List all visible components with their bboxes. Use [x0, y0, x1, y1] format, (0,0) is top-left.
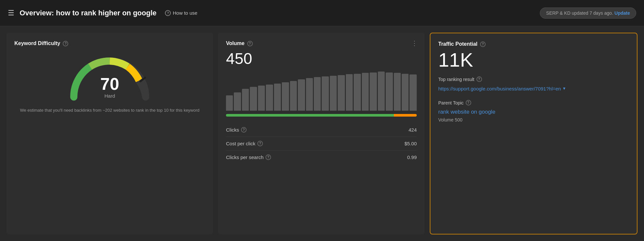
- how-to-use-button[interactable]: ? How to use: [162, 8, 201, 18]
- parent-topic-volume: Volume 500: [438, 117, 629, 122]
- question-icon: ?: [165, 10, 171, 16]
- bar-item: [274, 84, 281, 111]
- bar-item: [362, 73, 369, 111]
- dropdown-arrow-icon: ▼: [562, 86, 566, 91]
- clicks-orange-bar: [394, 114, 417, 117]
- clicks-green-bar: [226, 114, 394, 117]
- parent-topic-label: Parent Topic ?: [438, 100, 629, 105]
- clicks-progress-bar: [226, 114, 417, 117]
- kd-card-title: Keyword Difficulty ?: [14, 40, 68, 46]
- metric-value: 424: [409, 127, 417, 133]
- metric-value: 0.99: [407, 154, 417, 160]
- bar-item: [282, 82, 289, 111]
- page-title: Overview: how to rank higher on google: [20, 9, 156, 17]
- metric-row: Cost per click ?$5.00: [226, 137, 417, 151]
- volume-title-text: Volume: [226, 40, 245, 46]
- bar-item: [250, 87, 257, 111]
- bar-item: [234, 92, 241, 111]
- metric-value: $5.00: [404, 141, 417, 146]
- keyword-difficulty-card: Keyword Difficulty ? 70: [7, 33, 213, 234]
- metrics-list: Clicks ?424Cost per click ?$5.00Clicks p…: [226, 123, 417, 164]
- kd-description-text: We estimate that you'll need backlinks f…: [20, 107, 200, 114]
- top-ranking-help-icon[interactable]: ?: [476, 76, 482, 82]
- volume-card: Volume ? ⋮ 450 Clicks ?424Cost per click…: [218, 33, 425, 234]
- volume-more-icon[interactable]: ⋮: [411, 39, 418, 47]
- bar-item: [354, 74, 361, 111]
- bar-item: [410, 74, 416, 111]
- bar-item: [242, 89, 249, 111]
- gauge-number: 70: [100, 75, 119, 92]
- bar-item: [306, 78, 313, 111]
- how-to-use-label: How to use: [173, 10, 197, 16]
- metric-label: Clicks ?: [226, 127, 247, 133]
- parent-topic-link[interactable]: rank website on google: [438, 109, 629, 115]
- bar-item: [314, 77, 321, 111]
- tp-card-title: Traffic Potential ?: [438, 41, 629, 47]
- parent-topic-help-icon[interactable]: ?: [466, 100, 471, 105]
- bar-item: [290, 81, 297, 111]
- update-info-badge: SERP & KD updated 7 days ago. Update: [540, 8, 636, 19]
- tp-help-icon[interactable]: ?: [480, 41, 486, 47]
- volume-bar-chart: [226, 72, 417, 111]
- gauge-chart: 70 Hard: [64, 50, 155, 102]
- traffic-potential-card: Traffic Potential ? 11K Top ranking resu…: [430, 33, 637, 234]
- metric-row: Clicks ?424: [226, 123, 417, 137]
- update-link[interactable]: Update: [615, 10, 630, 16]
- gauge-value-display: 70 Hard: [100, 75, 119, 99]
- header: ☰ Overview: how to rank higher on google…: [0, 0, 644, 26]
- bar-item: [386, 72, 393, 111]
- update-info-text: SERP & KD updated 7 days ago.: [546, 10, 613, 16]
- gauge-difficulty-label: Hard: [100, 93, 119, 99]
- bar-item: [394, 73, 401, 111]
- tp-number: 11K: [438, 50, 629, 70]
- top-ranking-label: Top ranking result ?: [438, 76, 629, 82]
- bar-item: [258, 86, 265, 111]
- volume-card-title: Volume ?: [226, 40, 417, 46]
- volume-number: 450: [226, 50, 417, 68]
- kd-title-text: Keyword Difficulty: [14, 40, 60, 46]
- main-content: Keyword Difficulty ? 70: [0, 26, 644, 241]
- tp-title-text: Traffic Potential: [438, 41, 477, 47]
- bar-item: [338, 75, 345, 111]
- hamburger-icon[interactable]: ☰: [8, 9, 14, 17]
- top-ranking-url[interactable]: https://support.google.com/business/answ…: [438, 85, 629, 92]
- metric-help-icon[interactable]: ?: [266, 154, 271, 160]
- bar-item: [346, 74, 353, 111]
- metric-label: Cost per click ?: [226, 141, 263, 146]
- bar-item: [322, 76, 329, 111]
- bar-item: [370, 72, 377, 111]
- metric-help-icon[interactable]: ?: [257, 141, 263, 146]
- metric-help-icon[interactable]: ?: [241, 127, 247, 133]
- bar-item: [298, 79, 305, 111]
- bar-item: [226, 95, 233, 111]
- volume-help-icon[interactable]: ?: [247, 41, 253, 46]
- metric-label: Clicks per search ?: [226, 154, 271, 160]
- bar-item: [378, 72, 385, 111]
- kd-help-icon[interactable]: ?: [63, 41, 68, 46]
- bar-item: [266, 85, 273, 111]
- bar-item: [330, 76, 337, 111]
- metric-row: Clicks per search ?0.99: [226, 151, 417, 164]
- bar-item: [402, 74, 409, 111]
